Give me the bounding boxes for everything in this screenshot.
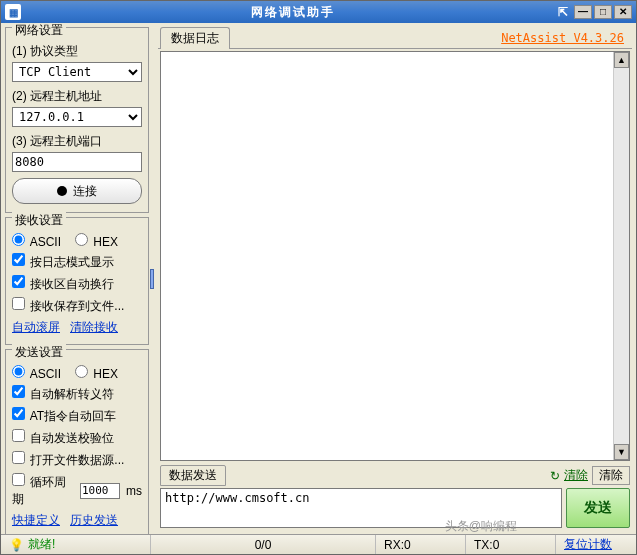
splitter[interactable] xyxy=(149,27,154,530)
status-counts: 0/0 xyxy=(151,535,376,554)
send-checksum-check[interactable]: 自动发送校验位 xyxy=(12,429,114,447)
close-button[interactable]: ✕ xyxy=(614,5,632,19)
send-settings-group: 发送设置 ASCII HEX 自动解析转义符 AT指令自动回车 自动发送校验位 … xyxy=(5,349,149,534)
version-link[interactable]: NetAssist V4.3.26 xyxy=(501,31,632,45)
recv-logmode-check[interactable]: 按日志模式显示 xyxy=(12,253,114,271)
autoscroll-link[interactable]: 自动滚屏 xyxy=(12,319,60,336)
send-openfile-check[interactable]: 打开文件数据源... xyxy=(12,451,124,469)
send-input[interactable]: http://www.cmsoft.cn xyxy=(160,488,562,528)
recv-hex-radio[interactable]: HEX xyxy=(75,233,118,249)
connect-label: 连接 xyxy=(73,183,97,200)
host-label: (2) 远程主机地址 xyxy=(12,88,142,105)
maximize-button[interactable]: □ xyxy=(594,5,612,19)
send-hex-radio[interactable]: HEX xyxy=(75,365,118,381)
statusbar: 💡 就绪! 0/0 RX:0 TX:0 复位计数 xyxy=(1,534,636,554)
group-title: 接收设置 xyxy=(12,212,66,229)
status-tx: TX:0 xyxy=(466,535,556,554)
recv-savefile-check[interactable]: 接收保存到文件... xyxy=(12,297,124,315)
tab-datalog[interactable]: 数据日志 xyxy=(160,27,230,49)
send-cycle-check[interactable]: 循环周期 xyxy=(12,473,76,508)
minimize-button[interactable]: — xyxy=(574,5,592,19)
pin-icon[interactable]: ⇱ xyxy=(556,5,570,19)
status-ready: 就绪! xyxy=(28,536,55,553)
reset-counter-link[interactable]: 复位计数 xyxy=(564,536,612,553)
titlebar[interactable]: ▦ 网络调试助手 ⇱ — □ ✕ xyxy=(1,1,636,23)
tab-datasend[interactable]: 数据发送 xyxy=(160,465,226,486)
connect-button[interactable]: 连接 xyxy=(12,178,142,204)
send-ascii-radio[interactable]: ASCII xyxy=(12,365,61,381)
client-area: 网络设置 (1) 协议类型 TCP Client (2) 远程主机地址 127.… xyxy=(1,23,636,534)
recv-ascii-radio[interactable]: ASCII xyxy=(12,233,61,249)
recv-autowrap-check[interactable]: 接收区自动换行 xyxy=(12,275,114,293)
clear-recv-link[interactable]: 清除接收 xyxy=(70,319,118,336)
protocol-label: (1) 协议类型 xyxy=(12,43,142,60)
history-send-link[interactable]: 历史发送 xyxy=(70,512,118,529)
port-input[interactable] xyxy=(12,152,142,172)
group-title: 发送设置 xyxy=(12,344,66,361)
status-rx: RX:0 xyxy=(376,535,466,554)
scroll-down-icon[interactable]: ▼ xyxy=(614,444,629,460)
ready-icon: 💡 xyxy=(9,538,24,552)
port-label: (3) 远程主机端口 xyxy=(12,133,142,150)
scroll-track[interactable] xyxy=(614,68,629,444)
log-tabbar: 数据日志 NetAssist V4.3.26 xyxy=(158,27,632,49)
reload-icon[interactable]: ↻ xyxy=(550,469,560,483)
send-panel: 数据发送 ↻ 清除 清除 http://www.cmsoft.cn 发送 xyxy=(160,465,630,528)
network-settings-group: 网络设置 (1) 协议类型 TCP Client (2) 远程主机地址 127.… xyxy=(5,27,149,213)
main-window: ▦ 网络调试助手 ⇱ — □ ✕ 网络设置 (1) 协议类型 TCP Clien… xyxy=(0,0,637,555)
clear-input-link-2[interactable]: 清除 xyxy=(592,466,630,485)
scroll-up-icon[interactable]: ▲ xyxy=(614,52,629,68)
vertical-scrollbar[interactable]: ▲ ▼ xyxy=(613,52,629,460)
cycle-period-input[interactable] xyxy=(80,483,120,499)
data-log-textarea[interactable]: ▲ ▼ xyxy=(160,51,630,461)
app-icon: ▦ xyxy=(5,4,21,20)
protocol-select[interactable]: TCP Client xyxy=(12,62,142,82)
status-dot-icon xyxy=(57,186,67,196)
splitter-grip-icon xyxy=(150,269,154,289)
cycle-unit: ms xyxy=(126,484,142,498)
clear-input-link[interactable]: 清除 xyxy=(564,467,588,484)
send-escape-check[interactable]: 自动解析转义符 xyxy=(12,385,114,403)
group-title: 网络设置 xyxy=(12,23,66,39)
shortcut-def-link[interactable]: 快捷定义 xyxy=(12,512,60,529)
host-select[interactable]: 127.0.0.1 xyxy=(12,107,142,127)
send-button[interactable]: 发送 xyxy=(566,488,630,528)
receive-settings-group: 接收设置 ASCII HEX 按日志模式显示 接收区自动换行 接收保存到文件..… xyxy=(5,217,149,345)
window-title: 网络调试助手 xyxy=(29,4,556,21)
send-atcr-check[interactable]: AT指令自动回车 xyxy=(12,407,116,425)
right-panel: 数据日志 NetAssist V4.3.26 ▲ ▼ 数据发送 ↻ 清除 清除 xyxy=(158,27,632,530)
left-panel: 网络设置 (1) 协议类型 TCP Client (2) 远程主机地址 127.… xyxy=(5,27,149,530)
